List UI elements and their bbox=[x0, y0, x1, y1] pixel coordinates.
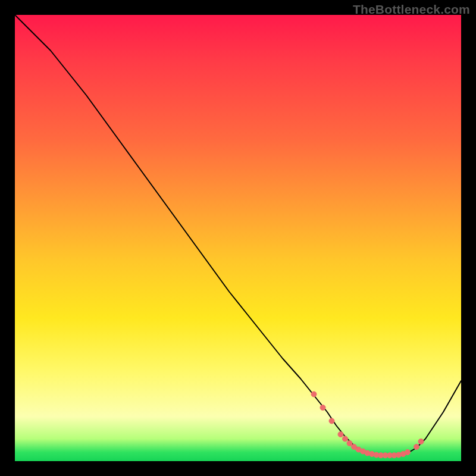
data-marker bbox=[343, 436, 348, 441]
curve-group bbox=[15, 15, 461, 458]
data-marker bbox=[405, 450, 411, 455]
chart-plot-area bbox=[15, 15, 461, 461]
data-marker bbox=[311, 392, 317, 397]
watermark-text: TheBottleneck.com bbox=[353, 2, 470, 17]
chart-svg bbox=[15, 15, 461, 461]
chart-frame: TheBottleneck.com bbox=[0, 0, 476, 476]
data-markers bbox=[311, 392, 424, 458]
data-marker bbox=[347, 441, 352, 446]
data-marker bbox=[414, 444, 419, 450]
bottleneck-curve bbox=[15, 15, 461, 456]
data-marker bbox=[320, 405, 325, 411]
data-marker bbox=[418, 439, 424, 444]
data-marker bbox=[329, 418, 334, 424]
data-marker bbox=[338, 432, 343, 437]
